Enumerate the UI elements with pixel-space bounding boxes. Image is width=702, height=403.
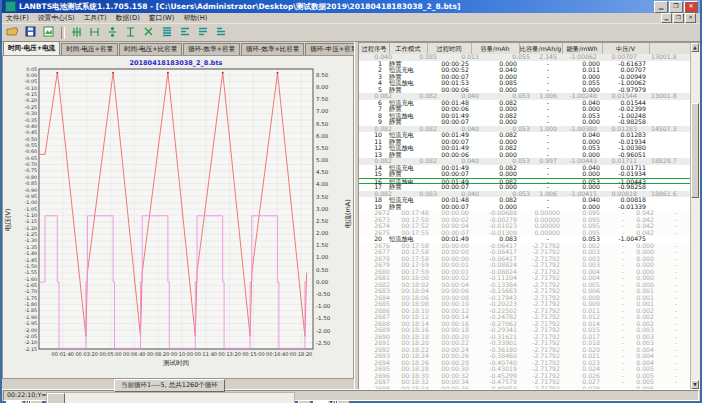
column-header[interactable]: 容量/mAh xyxy=(471,43,520,54)
svg-text:-1.70: -1.70 xyxy=(25,289,37,294)
menu-item-5[interactable]: 窗口(W) xyxy=(149,13,175,23)
svg-text:00:15:00: 00:15:00 xyxy=(242,351,264,357)
close-button[interactable]: ✕ xyxy=(684,1,698,13)
column-header[interactable]: 中压/V xyxy=(602,43,650,54)
svg-text:-2.00: -2.00 xyxy=(316,328,331,334)
cycle-info-row: 当前循环1----5, 总共1260个循环 xyxy=(2,379,354,392)
open-file-icon xyxy=(6,23,19,42)
record-row[interactable]: 269800:18:3400:00:36-0.49858-2.717920.02… xyxy=(359,386,691,390)
report-list-icon xyxy=(196,23,209,42)
maximize-button[interactable]: ❐ xyxy=(669,1,683,13)
scroll-up-icon[interactable]: ▲ xyxy=(691,43,699,52)
tab-2[interactable]: 时间-电压+容量 xyxy=(61,43,118,55)
window-title: LANBTS电池测试系统1.1.705.158 - [C:\Users\Admi… xyxy=(19,2,653,12)
column-header[interactable]: 过程序号 xyxy=(359,43,390,54)
tab-5[interactable]: 循环-效率+比容量 xyxy=(241,43,304,55)
data-list-icon xyxy=(160,23,173,42)
svg-text:-0.35: -0.35 xyxy=(25,118,37,123)
title-bar: LANBTS电池测试系统1.1.705.158 - [C:\Users\Admi… xyxy=(2,0,700,13)
export-image-button[interactable] xyxy=(40,25,57,40)
table-vscrollbar[interactable]: ▲ ▼ xyxy=(690,43,700,389)
right-axis-title: 电流(mA) xyxy=(344,199,352,228)
chart-container: 0.050.00-0.05-0.10-0.15-0.20-0.25-0.30-0… xyxy=(2,56,354,379)
marker-tool-button[interactable] xyxy=(68,25,85,40)
svg-text:-2.50: -2.50 xyxy=(316,340,331,346)
scroll-down-icon[interactable]: ▼ xyxy=(691,380,699,389)
app-icon xyxy=(5,1,16,12)
summary-list-button[interactable] xyxy=(176,25,193,40)
svg-text:-0.30: -0.30 xyxy=(25,111,37,116)
svg-text:-0.95: -0.95 xyxy=(25,194,37,199)
svg-text:-1.30: -1.30 xyxy=(25,238,37,243)
svg-text:-0.50: -0.50 xyxy=(25,137,37,142)
svg-text:-1.20: -1.20 xyxy=(25,226,37,231)
svg-text:0.50: 0.50 xyxy=(316,267,329,273)
divide-tool-button[interactable] xyxy=(104,25,121,40)
clear-curve-button[interactable] xyxy=(140,25,157,40)
vscroll-thumb[interactable] xyxy=(691,103,699,198)
svg-text:-0.55: -0.55 xyxy=(25,143,37,148)
svg-text:-0.65: -0.65 xyxy=(25,156,37,161)
marker-tool-icon xyxy=(70,23,83,42)
svg-text:-1.95: -1.95 xyxy=(25,321,37,326)
svg-text:00:18:20: 00:18:20 xyxy=(290,351,312,357)
layout-list-button[interactable] xyxy=(212,25,229,40)
layout-list-icon xyxy=(214,23,227,42)
chart-tab-bar: 时间-电压+电流时间-电压+容量时间-电压+比容量循环-效率+容量循环-效率+比… xyxy=(2,42,354,56)
column-header[interactable]: 工作模式 xyxy=(389,43,428,54)
menu-item-3[interactable]: 工具(T) xyxy=(84,13,107,23)
svg-text:2.00: 2.00 xyxy=(316,230,329,236)
svg-text:3.00: 3.00 xyxy=(316,206,329,212)
svg-text:-1.05: -1.05 xyxy=(25,207,37,212)
table-cell: 2698 xyxy=(361,386,390,390)
chart-canvas[interactable]: 0.050.00-0.05-0.10-0.15-0.20-0.25-0.30-0… xyxy=(3,56,353,374)
table-cell: -0.49858 xyxy=(473,386,517,390)
app-window: LANBTS电池测试系统1.1.705.158 - [C:\Users\Admi… xyxy=(0,0,702,403)
column-header[interactable]: 过程时间 xyxy=(427,43,472,54)
svg-text:-0.85: -0.85 xyxy=(25,181,37,186)
minimize-button[interactable]: ▁ xyxy=(654,1,668,13)
report-list-button[interactable] xyxy=(194,25,211,40)
menu-item-1[interactable]: 文件(F) xyxy=(6,13,29,23)
svg-text:-0.05: -0.05 xyxy=(25,79,37,84)
svg-text:-2.10: -2.10 xyxy=(25,340,37,345)
svg-text:-0.75: -0.75 xyxy=(25,168,37,173)
mdi-restore-button[interactable]: ❐ xyxy=(673,13,684,23)
left-axis-title: 电压(V) xyxy=(4,208,12,231)
table-cell: 0.029 xyxy=(566,386,600,390)
svg-text:-1.15: -1.15 xyxy=(25,219,37,224)
data-table-pane: 过程序号工作模式过程时间容量/mAh比容量/mAh/g能量/mWh中压/V 0.… xyxy=(359,42,700,389)
svg-text:-1.55: -1.55 xyxy=(25,270,37,275)
divide-tool-icon xyxy=(106,23,119,42)
data-list-button[interactable] xyxy=(158,25,175,40)
svg-text:-1.40: -1.40 xyxy=(25,251,37,256)
chart-pane: 时间-电压+电流时间-电压+容量时间-电压+比容量循环-效率+容量循环-效率+比… xyxy=(2,42,354,389)
menu-item-2[interactable]: 设置中心(S) xyxy=(38,13,75,23)
svg-text:-0.40: -0.40 xyxy=(25,124,37,129)
svg-text:-0.50: -0.50 xyxy=(316,291,331,297)
mdi-close-button[interactable]: ✕ xyxy=(685,13,696,23)
svg-text:-0.90: -0.90 xyxy=(25,188,37,193)
svg-text:00:13:20: 00:13:20 xyxy=(218,351,240,357)
svg-text:-1.00: -1.00 xyxy=(316,303,331,309)
tab-1[interactable]: 时间-电压+电流 xyxy=(3,41,60,55)
column-header[interactable]: 能量/mWh xyxy=(562,43,603,54)
column-header[interactable]: 比容量/mAh/g xyxy=(519,43,563,54)
toolbar-separator xyxy=(61,27,65,39)
svg-text:6.00: 6.00 xyxy=(316,133,329,139)
chart-hscrollbar[interactable] xyxy=(46,392,295,403)
range-tool-button[interactable] xyxy=(86,25,103,40)
svg-text:-0.60: -0.60 xyxy=(25,149,37,154)
save-button[interactable] xyxy=(22,25,39,40)
open-file-button[interactable] xyxy=(4,25,21,40)
menu-item-6[interactable]: 帮助(H) xyxy=(183,13,207,23)
mdi-minimize-button[interactable]: ▁ xyxy=(661,13,672,23)
menu-item-4[interactable]: 数据(D) xyxy=(116,13,140,23)
tab-3[interactable]: 时间-电压+比容量 xyxy=(119,43,182,55)
hscroll-thumb[interactable] xyxy=(47,393,65,403)
svg-text:-0.25: -0.25 xyxy=(25,105,37,110)
axes-tool-button[interactable] xyxy=(122,25,139,40)
svg-text:-1.90: -1.90 xyxy=(25,315,37,320)
tab-4[interactable]: 循环-效率+容量 xyxy=(183,43,240,55)
cycle-info-label[interactable]: 当前循环1----5, 总共1260个循环 xyxy=(114,379,225,392)
